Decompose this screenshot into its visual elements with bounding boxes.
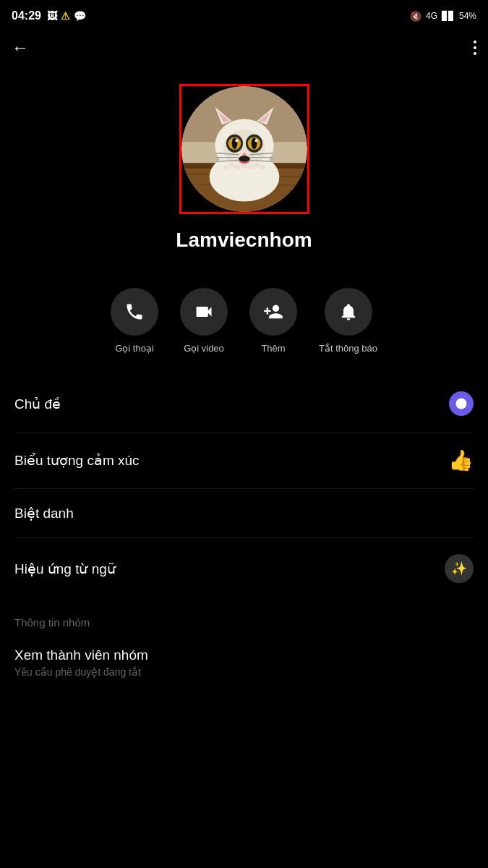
svg-point-24 — [239, 156, 249, 162]
time-display: 04:29 — [12, 9, 41, 22]
status-time: 04:29 🖼 ⚠ 💬 — [12, 9, 86, 22]
sparkle-icon-wrapper: ✨ — [445, 554, 474, 583]
avatar-image — [181, 86, 307, 212]
top-navigation: ← — [0, 32, 488, 69]
status-bar: 04:29 🖼 ⚠ 💬 🔇 4G ▊▊ 54% — [0, 0, 488, 32]
dot1 — [474, 41, 476, 43]
svg-point-36 — [248, 165, 254, 169]
svg-point-34 — [228, 163, 234, 167]
word-effect-menu-item[interactable]: Hiệu ứng từ ngữ ✨ — [14, 538, 474, 599]
add-label: Thêm — [261, 343, 285, 354]
group-info-header: Thông tin nhóm — [0, 599, 488, 634]
svg-point-38 — [260, 165, 265, 169]
video-icon — [194, 302, 214, 322]
bell-icon — [338, 302, 359, 322]
avatar-wrapper[interactable] — [179, 84, 309, 214]
add-person-icon — [263, 302, 283, 322]
profile-section: Lamviecnhom — [0, 69, 488, 273]
theme-menu-item[interactable]: Chủ đề — [14, 375, 474, 433]
svg-point-20 — [235, 139, 238, 142]
sparkle-icon: ✨ — [451, 561, 467, 576]
circle-filled-icon — [455, 397, 468, 410]
call-label: Gọi thoại — [115, 343, 154, 354]
dot3 — [474, 52, 476, 55]
video-action[interactable]: Gọi video — [180, 288, 228, 354]
status-right: 🔇 4G ▊▊ 54% — [410, 11, 476, 22]
svg-point-21 — [254, 139, 257, 142]
view-members-text: Xem thành viên nhóm Yêu cầu phê duyệt đa… — [14, 647, 148, 678]
video-label: Gọi video — [184, 343, 224, 354]
profile-name: Lamviecnhom — [176, 229, 312, 252]
view-members-subtitle: Yêu cầu phê duyệt đang tắt — [14, 666, 148, 678]
messenger-icon: 💬 — [74, 10, 86, 22]
nickname-label: Biệt danh — [14, 505, 74, 522]
svg-point-33 — [223, 165, 229, 169]
mute-label: Tắt thông báo — [319, 343, 377, 354]
thumbs-up-icon: 👍 — [448, 448, 474, 472]
avatar-circle — [181, 86, 307, 212]
signal-icon: ▊▊ — [442, 11, 455, 21]
more-options-button[interactable] — [474, 41, 476, 55]
view-members-label: Xem thành viên nhóm — [14, 647, 148, 663]
word-effect-label: Hiệu ứng từ ngữ — [14, 561, 116, 577]
back-button[interactable]: ← — [12, 38, 29, 58]
mute-button[interactable] — [325, 288, 372, 336]
view-members-item[interactable]: Xem thành viên nhóm Yêu cầu phê duyệt đa… — [0, 634, 488, 691]
nickname-menu-item[interactable]: Biệt danh — [14, 489, 474, 538]
add-button[interactable] — [249, 288, 297, 336]
gallery-icon: 🖼 — [47, 10, 57, 22]
menu-section: Chủ đề Biểu tượng cảm xúc 👍 Biệt danh Hi… — [0, 375, 488, 599]
warning-icon: ⚠ — [61, 10, 70, 22]
mute-icon: 🔇 — [410, 11, 421, 22]
battery-icon: 54% — [459, 11, 476, 21]
dot2 — [474, 46, 476, 49]
svg-point-35 — [234, 165, 240, 169]
theme-icon — [449, 391, 474, 416]
call-action[interactable]: Gọi thoại — [111, 288, 158, 354]
svg-point-37 — [254, 163, 260, 167]
emoji-label: Biểu tượng cảm xúc — [14, 452, 140, 469]
emoji-menu-item[interactable]: Biểu tượng cảm xúc 👍 — [14, 433, 474, 489]
theme-label: Chủ đề — [14, 396, 61, 412]
add-action[interactable]: Thêm — [249, 288, 297, 354]
action-buttons-row: Gọi thoại Gọi video Thêm Tắt thông báo — [0, 273, 488, 375]
mute-action[interactable]: Tắt thông báo — [319, 288, 377, 354]
network-indicator: 4G — [426, 11, 437, 21]
call-button[interactable] — [111, 288, 158, 336]
svg-point-39 — [456, 399, 467, 409]
phone-icon — [124, 302, 145, 322]
video-button[interactable] — [180, 288, 228, 336]
notification-icons: 🖼 ⚠ 💬 — [47, 10, 86, 22]
